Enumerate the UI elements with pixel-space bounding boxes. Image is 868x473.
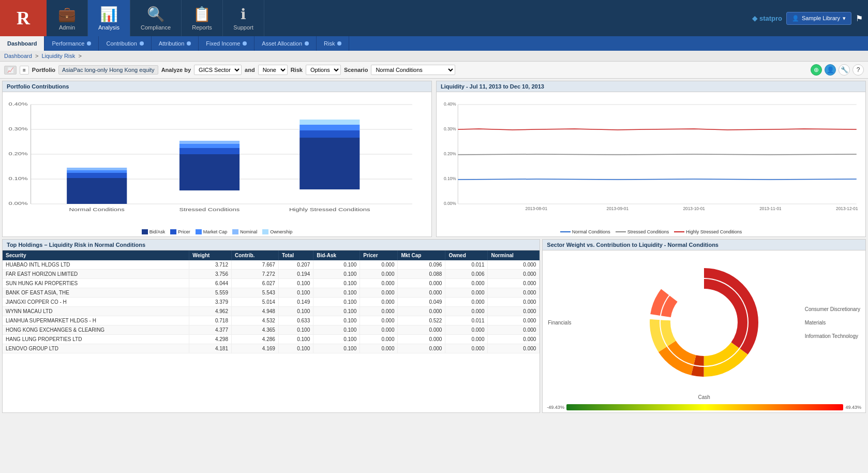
tab-risk[interactable]: Risk: [317, 36, 349, 51]
and-label: and: [245, 67, 255, 73]
cell-weight: 4.298: [189, 335, 232, 344]
cell-weight: 3.379: [189, 298, 232, 307]
admin-icon: 💼: [58, 6, 76, 23]
statpro-logo: ◆ statpro: [752, 14, 782, 22]
chart-view-button[interactable]: 📈: [4, 66, 17, 75]
legend-stressed-line: [616, 229, 626, 234]
cell-owned: 0.000: [445, 326, 488, 335]
cell-total: 0.633: [278, 316, 313, 326]
col-security: Security: [3, 250, 189, 260]
cell-norminal: 0.000: [488, 279, 540, 288]
nav-analysis[interactable]: 📊 Analysis: [88, 0, 130, 36]
svg-text:Stressed Conditions: Stressed Conditions: [179, 207, 240, 212]
table-row: LIANHUA SUPERMARKET HLDGS - H 0.718 4.53…: [3, 316, 540, 326]
svg-rect-12: [67, 178, 127, 204]
line-chart-svg: 0.00% 0.10% 0.20% 0.30% 0.40% 2013-08-01: [441, 96, 861, 210]
tab-dashboard-label: Dashboard: [7, 40, 37, 47]
nav-reports[interactable]: 📋 Reports: [182, 0, 223, 36]
cell-contrib: 4.365: [231, 326, 278, 335]
cell-contrib: 5.543: [231, 288, 278, 298]
tab-contribution[interactable]: Contribution: [99, 36, 151, 51]
cell-pricer: 0.000: [360, 344, 398, 353]
contribution-dot: [140, 41, 144, 46]
cell-norminal: 0.000: [488, 270, 540, 279]
holdings-table: Security Weight Contrib. Total Bid-Ask P…: [3, 250, 540, 353]
risk-dot: [337, 41, 341, 46]
tab-dashboard[interactable]: Dashboard: [0, 36, 44, 51]
table-row: SUN HUNG KAI PROPERTIES 6.044 6.027 0.10…: [3, 279, 540, 288]
svg-rect-24: [300, 138, 360, 189]
nav-compliance[interactable]: 🔍 Compliance: [130, 0, 182, 36]
sample-library-button[interactable]: 👤 Sample Library ▾: [786, 12, 851, 25]
svg-rect-25: [300, 130, 360, 138]
cell-bid-ask: 0.100: [313, 316, 360, 326]
cell-security: SUN HUNG KAI PROPERTIES: [3, 279, 189, 288]
col-total: Total: [278, 250, 313, 260]
cell-mkt-cap: 0.088: [398, 270, 445, 279]
scenario-select[interactable]: Normal Conditions Stressed Conditions Hi…: [371, 65, 455, 75]
tab-asset-allocation[interactable]: Asset Allocation: [255, 36, 317, 51]
help-icon[interactable]: ?: [852, 64, 864, 76]
cell-total: 0.100: [278, 288, 313, 298]
table-row: WYNN MACAU LTD 4.962 4.948 0.100 0.100 0…: [3, 307, 540, 316]
breadcrumb-dashboard[interactable]: Dashboard: [4, 53, 32, 59]
tab-fixed-income-label: Fixed Income: [206, 40, 240, 47]
table-scroll[interactable]: Security Weight Contrib. Total Bid-Ask P…: [3, 250, 540, 412]
cell-contrib: 4.169: [231, 344, 278, 353]
cell-pricer: 0.000: [360, 288, 398, 298]
logo-letter: R: [17, 7, 30, 29]
line-chart-panel: Liquidity - Jul 11, 2013 to Dec 10, 2013…: [436, 81, 866, 237]
svg-rect-14: [67, 170, 127, 173]
add-icon[interactable]: ⊕: [811, 64, 822, 76]
cell-mkt-cap: 0.000: [398, 344, 445, 353]
tab-performance[interactable]: Performance: [44, 36, 99, 51]
portfolio-label: Portfolio: [32, 67, 55, 73]
analyze-by-select[interactable]: GICS Sector Country: [194, 65, 242, 75]
cash-label: Cash: [543, 394, 865, 400]
svg-text:0.20%: 0.20%: [444, 151, 456, 156]
toolbar: 📈 ≡ Portfolio AsiaPac long-only Hong Kon…: [0, 62, 868, 79]
cell-total: 0.207: [278, 260, 313, 270]
cell-owned: 0.000: [445, 298, 488, 307]
line-chart-title: Liquidity - Jul 11, 2013 to Dec 10, 2013: [437, 81, 865, 92]
risk-select[interactable]: Options: [306, 65, 341, 75]
cell-pricer: 0.000: [360, 260, 398, 270]
reports-icon: 📋: [193, 6, 211, 23]
flag-icon[interactable]: ⚑: [856, 13, 863, 23]
col-owned: Owned: [445, 250, 488, 260]
table-panel-title: Top Holdings – Liquidity Risk in Normal …: [3, 240, 540, 250]
legend-bid-ask-color: [142, 229, 148, 234]
nav-admin[interactable]: 💼 Admin: [47, 0, 88, 36]
tab-attribution[interactable]: Attribution: [152, 36, 199, 51]
tab-fixed-income[interactable]: Fixed Income: [199, 36, 255, 51]
legend-normal: Normal Conditions: [560, 229, 610, 234]
legend-nominal-color: [232, 229, 238, 234]
col-mkt-cap: Mkt Cap: [398, 250, 445, 260]
and-select[interactable]: None: [258, 65, 288, 75]
svg-text:2013-11-01: 2013-11-01: [759, 206, 782, 211]
table-view-button[interactable]: ≡: [20, 66, 29, 75]
legend-highly-stressed: Highly Stressed Conditions: [674, 229, 742, 234]
donut-panel-title: Sector Weight vs. Contribution to Liquid…: [543, 240, 865, 250]
user-icon[interactable]: 👤: [825, 64, 836, 76]
settings-icon[interactable]: 🔧: [839, 64, 850, 76]
label-information-technology: Information Technology: [805, 333, 860, 339]
cell-pricer: 0.000: [360, 307, 398, 316]
svg-text:0.30%: 0.30%: [9, 126, 28, 131]
cell-mkt-cap: 0.096: [398, 260, 445, 270]
breadcrumb-liquidity-risk[interactable]: Liquidity Risk: [41, 53, 75, 59]
cell-norminal: 0.000: [488, 316, 540, 326]
tab-performance-label: Performance: [52, 40, 84, 47]
cell-mkt-cap: 0.000: [398, 335, 445, 344]
nav-support[interactable]: ℹ Support: [223, 0, 264, 36]
svg-text:0.40%: 0.40%: [9, 101, 28, 107]
legend-bid-ask: Bid/Ask: [142, 229, 166, 234]
label-consumer-discretionary: Consumer Discretionary: [805, 306, 860, 312]
cell-pricer: 0.000: [360, 279, 398, 288]
svg-point-56: [672, 290, 736, 354]
svg-text:0.00%: 0.00%: [9, 201, 28, 206]
nav-compliance-label: Compliance: [141, 24, 171, 31]
label-materials: Materials: [805, 320, 860, 326]
cell-norminal: 0.000: [488, 260, 540, 270]
cell-total: 0.100: [278, 326, 313, 335]
